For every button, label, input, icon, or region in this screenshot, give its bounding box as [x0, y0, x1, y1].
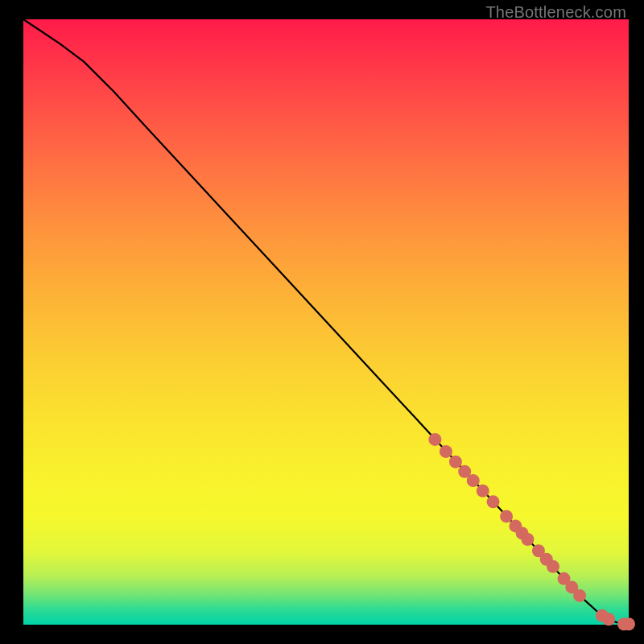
chart-marker: [487, 495, 500, 508]
chart-marker: [521, 533, 534, 546]
chart-marker: [500, 510, 513, 522]
chart-frame: TheBottleneck.com: [0, 0, 644, 644]
watermark-text: TheBottleneck.com: [485, 3, 626, 22]
chart-marker: [467, 474, 480, 487]
chart-marker: [547, 560, 559, 573]
chart-marker: [428, 433, 441, 446]
chart-curve: [23, 19, 629, 624]
chart-marker: [602, 613, 615, 625]
chart-marker: [449, 456, 462, 469]
chart-overlay: [23, 19, 629, 625]
chart-marker: [477, 485, 489, 497]
plot-area: [23, 19, 629, 625]
chart-marker: [573, 589, 586, 602]
chart-markers: [428, 433, 635, 630]
chart-marker: [622, 617, 635, 630]
chart-marker: [440, 445, 452, 458]
